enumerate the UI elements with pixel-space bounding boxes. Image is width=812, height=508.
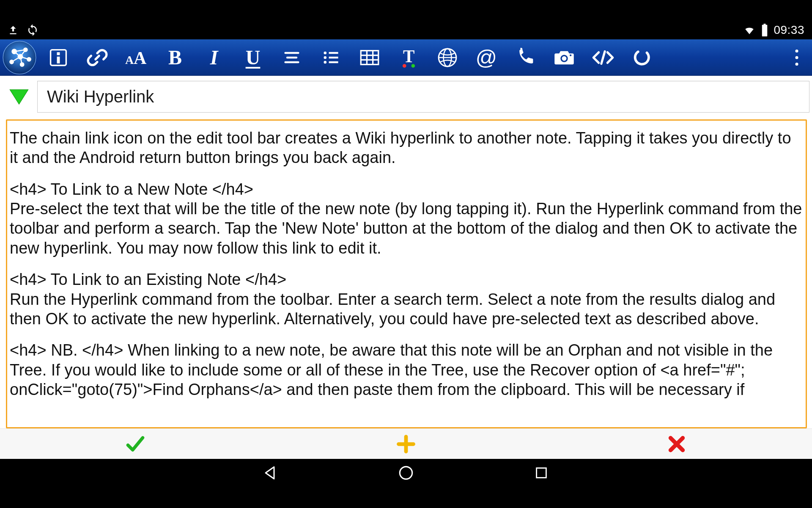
svg-point-44 (795, 63, 798, 66)
svg-rect-15 (57, 56, 60, 63)
body-paragraph[interactable]: <h4> NB. </h4> When linking to a new not… (10, 340, 803, 399)
svg-text:A: A (134, 48, 147, 68)
note-body-editor[interactable]: The chain link icon on the edit tool bar… (6, 119, 807, 428)
status-right: 09:33 (743, 23, 804, 37)
nav-home-button[interactable] (393, 460, 419, 486)
phone-button[interactable] (506, 39, 545, 76)
app-logo[interactable] (0, 39, 39, 76)
svg-text:T: T (403, 47, 414, 66)
svg-line-41 (601, 51, 605, 64)
svg-point-33 (403, 64, 406, 68)
info-button[interactable] (39, 39, 78, 76)
cancel-button[interactable] (541, 434, 812, 454)
letterbox-bottom (0, 487, 812, 508)
add-button[interactable] (271, 433, 541, 455)
svg-point-21 (324, 51, 327, 54)
svg-point-34 (411, 64, 415, 68)
status-left (8, 24, 39, 36)
undo-button[interactable] (623, 39, 661, 76)
at-label: @ (476, 45, 497, 70)
text-size-button[interactable]: AA (117, 39, 156, 76)
code-button[interactable] (584, 39, 623, 76)
underline-label: U (246, 46, 261, 69)
status-clock: 09:33 (774, 23, 804, 37)
svg-point-51 (400, 467, 412, 479)
bold-label: B (168, 46, 182, 69)
collapse-button[interactable] (6, 81, 32, 113)
svg-rect-27 (361, 50, 378, 64)
editor-toolbar: AA B I U T @ (0, 39, 812, 76)
note-body-text[interactable]: The chain link icon on the edit tool bar… (10, 128, 803, 399)
camera-button[interactable] (545, 39, 584, 76)
svg-marker-45 (10, 89, 28, 104)
android-nav-bar (0, 459, 812, 487)
svg-point-23 (324, 61, 327, 64)
bottom-action-bar (0, 428, 812, 459)
nav-recent-button[interactable] (529, 460, 554, 486)
svg-marker-50 (266, 467, 274, 479)
svg-text:A: A (125, 53, 134, 66)
body-paragraph[interactable]: <h4> To Link to an Existing Note </h4> R… (10, 270, 803, 329)
device-frame: 09:33 AA B I (0, 21, 812, 487)
overflow-menu-button[interactable] (784, 39, 809, 76)
body-paragraph[interactable]: <h4> To Link to a New Note </h4> Pre-sel… (10, 179, 803, 258)
battery-icon (761, 24, 768, 36)
list-button[interactable] (311, 39, 350, 76)
email-button[interactable]: @ (467, 39, 506, 76)
nav-back-button[interactable] (258, 460, 283, 486)
italic-label: I (210, 46, 218, 69)
upload-icon (8, 25, 19, 36)
bold-button[interactable]: B (156, 39, 195, 76)
letterbox-top (0, 0, 812, 21)
svg-point-22 (324, 56, 327, 59)
confirm-button[interactable] (0, 433, 271, 455)
android-status-bar: 09:33 (0, 21, 812, 39)
web-link-button[interactable] (428, 39, 467, 76)
svg-rect-52 (537, 468, 546, 478)
svg-point-40 (570, 54, 571, 56)
align-button[interactable] (272, 39, 311, 76)
underline-button[interactable]: U (233, 39, 272, 76)
svg-point-42 (795, 49, 798, 52)
body-paragraph[interactable]: The chain link icon on the edit tool bar… (10, 128, 803, 168)
italic-button[interactable]: I (195, 39, 233, 76)
svg-point-43 (795, 56, 798, 59)
table-button[interactable] (350, 39, 389, 76)
hyperlink-button[interactable] (78, 39, 117, 76)
text-color-button[interactable]: T (389, 39, 428, 76)
sync-icon (26, 24, 39, 36)
svg-point-39 (562, 56, 567, 61)
note-title-input[interactable] (37, 81, 809, 113)
svg-rect-14 (57, 52, 60, 55)
wifi-icon (743, 25, 756, 36)
title-row (0, 76, 812, 116)
